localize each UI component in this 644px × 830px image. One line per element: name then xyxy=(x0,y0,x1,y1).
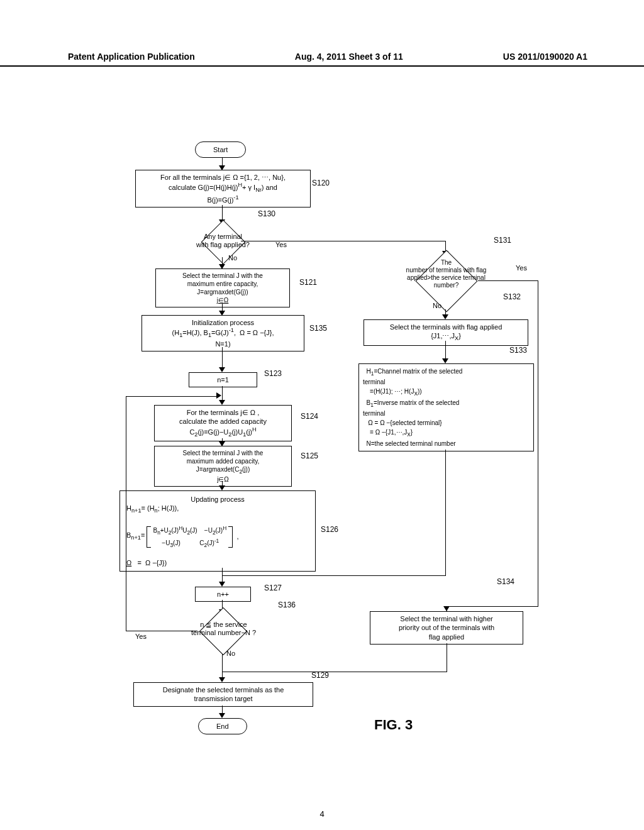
step-s129: S129 xyxy=(311,671,329,680)
step-s136: S136 xyxy=(278,600,296,609)
step-s135: S135 xyxy=(309,324,327,333)
yes-label-3: Yes xyxy=(135,633,147,640)
flowchart-diagram: Start For all the terminals j∈ Ω ={1, 2,… xyxy=(0,75,644,767)
select-added-node: Select the terminal J with themaximum ad… xyxy=(154,446,292,487)
updating-node: Updating process Hn+1= (Hn; H(J)), Bn+1=… xyxy=(119,490,316,572)
step-s121: S121 xyxy=(299,278,317,287)
yes-label-2: Yes xyxy=(516,264,527,272)
step-s125: S125 xyxy=(301,451,318,460)
page-header: Patent Application Publication Aug. 4, 2… xyxy=(0,52,644,67)
no-label-2: No xyxy=(433,302,441,309)
step-s133: S133 xyxy=(509,346,527,355)
npp-node: n++ xyxy=(195,587,251,602)
calc-init-node: For all the terminals j∈ Ω ={1, 2, ⋯, Nu… xyxy=(135,170,311,208)
flag-count-decision xyxy=(416,250,478,313)
n1-node: n=1 xyxy=(189,372,257,387)
step-s123: S123 xyxy=(264,369,282,378)
step-s134: S134 xyxy=(497,577,514,586)
header-right: US 2011/0190020 A1 xyxy=(503,52,587,62)
n-leq-decision xyxy=(199,607,247,655)
header-center: Aug. 4, 2011 Sheet 3 of 11 xyxy=(295,52,403,62)
step-s131: S131 xyxy=(494,236,511,245)
step-s132: S132 xyxy=(503,292,521,301)
step-s120: S120 xyxy=(312,179,330,187)
header-left: Patent Application Publication xyxy=(68,52,195,62)
designate-node: Designate the selected terminals as thet… xyxy=(133,682,313,707)
step-s130: S130 xyxy=(258,209,275,218)
select-flag-node: Select the terminals with flag applied{J… xyxy=(364,319,528,346)
select-priority-node: Select the terminal with higherpriority … xyxy=(370,611,523,645)
step-s124: S124 xyxy=(301,412,318,421)
step-s127: S127 xyxy=(264,584,282,592)
calc-added-node: For the terminals j∈ Ω ,calculate the ad… xyxy=(154,405,292,441)
step-s126: S126 xyxy=(321,525,338,534)
figure-label: FIG. 3 xyxy=(374,717,413,733)
page-number: 4 xyxy=(319,809,324,819)
yes-label: Yes xyxy=(275,241,287,248)
select-max-node: Select the terminal J with themaximum en… xyxy=(155,268,290,307)
end-node: End xyxy=(198,718,247,734)
no-label-3: No xyxy=(226,650,235,657)
start-node: Start xyxy=(195,141,246,158)
no-label: No xyxy=(228,254,237,262)
init-process-node: Initialization process(H1=H(J), B1=G(J)-… xyxy=(142,315,304,351)
channel-matrix-node: H1=Channel matrix of the selectedtermina… xyxy=(358,363,534,451)
any-flag-decision xyxy=(201,220,246,265)
